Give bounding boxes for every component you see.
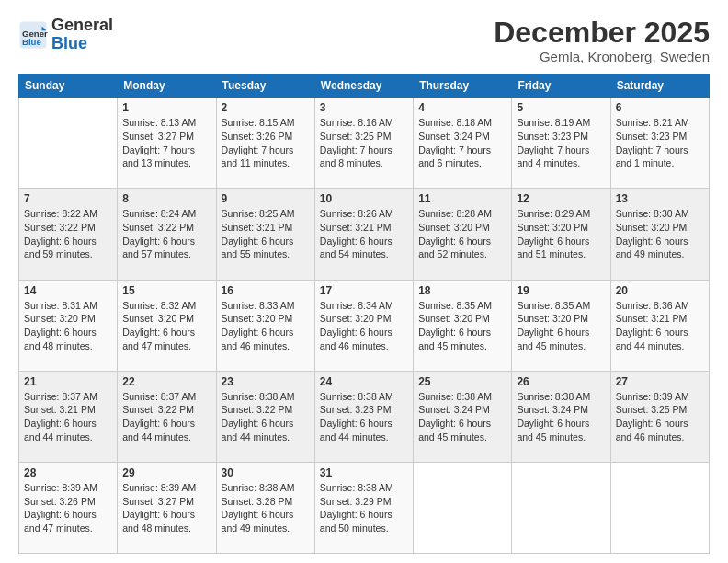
- calendar-cell: 26Sunrise: 8:38 AM Sunset: 3:24 PM Dayli…: [512, 371, 610, 462]
- day-info: Sunrise: 8:35 AM Sunset: 3:20 PM Dayligh…: [517, 299, 605, 353]
- day-number: 14: [24, 284, 112, 297]
- day-number: 1: [122, 101, 210, 114]
- calendar-cell: 28Sunrise: 8:39 AM Sunset: 3:26 PM Dayli…: [19, 462, 118, 553]
- col-tuesday: Tuesday: [216, 75, 314, 98]
- calendar-cell: [512, 462, 610, 553]
- calendar-cell: 3Sunrise: 8:16 AM Sunset: 3:25 PM Daylig…: [314, 98, 413, 189]
- day-info: Sunrise: 8:36 AM Sunset: 3:21 PM Dayligh…: [616, 299, 704, 353]
- calendar-cell: 25Sunrise: 8:38 AM Sunset: 3:24 PM Dayli…: [414, 371, 512, 462]
- calendar-cell: 2Sunrise: 8:15 AM Sunset: 3:26 PM Daylig…: [216, 98, 314, 189]
- day-number: 3: [320, 101, 408, 114]
- calendar-cell: 8Sunrise: 8:24 AM Sunset: 3:22 PM Daylig…: [118, 189, 216, 280]
- calendar-cell: 12Sunrise: 8:29 AM Sunset: 3:20 PM Dayli…: [512, 189, 610, 280]
- calendar-cell: 14Sunrise: 8:31 AM Sunset: 3:20 PM Dayli…: [19, 280, 118, 371]
- day-info: Sunrise: 8:38 AM Sunset: 3:24 PM Dayligh…: [418, 390, 506, 444]
- day-number: 16: [222, 284, 310, 297]
- calendar-cell: 29Sunrise: 8:39 AM Sunset: 3:27 PM Dayli…: [118, 462, 216, 553]
- day-number: 30: [222, 466, 310, 479]
- day-info: Sunrise: 8:26 AM Sunset: 3:21 PM Dayligh…: [320, 207, 408, 261]
- calendar-cell: [414, 462, 512, 553]
- day-number: 28: [24, 466, 112, 479]
- day-info: Sunrise: 8:35 AM Sunset: 3:20 PM Dayligh…: [418, 299, 506, 353]
- day-info: Sunrise: 8:39 AM Sunset: 3:27 PM Dayligh…: [122, 481, 210, 535]
- calendar-cell: 21Sunrise: 8:37 AM Sunset: 3:21 PM Dayli…: [19, 371, 118, 462]
- day-number: 21: [24, 375, 112, 388]
- day-info: Sunrise: 8:38 AM Sunset: 3:23 PM Dayligh…: [320, 390, 408, 444]
- calendar-cell: 6Sunrise: 8:21 AM Sunset: 3:23 PM Daylig…: [610, 98, 709, 189]
- header-row: Sunday Monday Tuesday Wednesday Thursday…: [19, 75, 710, 98]
- calendar-cell: 24Sunrise: 8:38 AM Sunset: 3:23 PM Dayli…: [314, 371, 413, 462]
- calendar-cell: 16Sunrise: 8:33 AM Sunset: 3:20 PM Dayli…: [216, 280, 314, 371]
- logo-blue: Blue: [51, 34, 87, 52]
- day-info: Sunrise: 8:29 AM Sunset: 3:20 PM Dayligh…: [517, 207, 605, 261]
- day-info: Sunrise: 8:34 AM Sunset: 3:20 PM Dayligh…: [320, 299, 408, 353]
- week-row-2: 14Sunrise: 8:31 AM Sunset: 3:20 PM Dayli…: [19, 280, 710, 371]
- day-number: 23: [222, 375, 310, 388]
- col-wednesday: Wednesday: [314, 75, 413, 98]
- week-row-3: 21Sunrise: 8:37 AM Sunset: 3:21 PM Dayli…: [19, 371, 710, 462]
- day-info: Sunrise: 8:16 AM Sunset: 3:25 PM Dayligh…: [320, 116, 408, 170]
- day-number: 8: [122, 192, 210, 205]
- calendar-cell: 23Sunrise: 8:38 AM Sunset: 3:22 PM Dayli…: [216, 371, 314, 462]
- day-info: Sunrise: 8:39 AM Sunset: 3:26 PM Dayligh…: [24, 481, 112, 535]
- day-number: 5: [517, 101, 605, 114]
- col-monday: Monday: [118, 75, 216, 98]
- title-block: December 2025 Gemla, Kronoberg, Sweden: [494, 17, 710, 64]
- calendar-cell: 22Sunrise: 8:37 AM Sunset: 3:22 PM Dayli…: [118, 371, 216, 462]
- calendar-cell: 9Sunrise: 8:25 AM Sunset: 3:21 PM Daylig…: [216, 189, 314, 280]
- day-info: Sunrise: 8:32 AM Sunset: 3:20 PM Dayligh…: [122, 299, 210, 353]
- page: General Blue General Blue December 2025 …: [0, 0, 728, 563]
- calendar-header: Sunday Monday Tuesday Wednesday Thursday…: [19, 75, 710, 98]
- day-info: Sunrise: 8:22 AM Sunset: 3:22 PM Dayligh…: [24, 207, 112, 261]
- day-info: Sunrise: 8:31 AM Sunset: 3:20 PM Dayligh…: [24, 299, 112, 353]
- day-number: 27: [616, 375, 704, 388]
- week-row-4: 28Sunrise: 8:39 AM Sunset: 3:26 PM Dayli…: [19, 462, 710, 553]
- day-number: 9: [222, 192, 310, 205]
- day-number: 11: [418, 192, 506, 205]
- day-number: 12: [517, 192, 605, 205]
- day-info: Sunrise: 8:39 AM Sunset: 3:25 PM Dayligh…: [616, 390, 704, 444]
- calendar: Sunday Monday Tuesday Wednesday Thursday…: [18, 74, 710, 554]
- day-info: Sunrise: 8:38 AM Sunset: 3:28 PM Dayligh…: [222, 481, 310, 535]
- calendar-cell: [610, 462, 709, 553]
- day-number: 31: [320, 466, 408, 479]
- calendar-cell: 5Sunrise: 8:19 AM Sunset: 3:23 PM Daylig…: [512, 98, 610, 189]
- day-number: 20: [616, 284, 704, 297]
- day-number: 6: [616, 101, 704, 114]
- svg-text:Blue: Blue: [22, 37, 41, 47]
- location: Gemla, Kronoberg, Sweden: [494, 49, 710, 64]
- header: General Blue General Blue December 2025 …: [18, 17, 710, 64]
- logo: General Blue General Blue: [18, 17, 113, 53]
- logo-name: General Blue: [51, 17, 113, 53]
- day-info: Sunrise: 8:19 AM Sunset: 3:23 PM Dayligh…: [517, 116, 605, 170]
- day-number: 22: [122, 375, 210, 388]
- logo-general: General: [51, 16, 113, 34]
- day-number: 26: [517, 375, 605, 388]
- day-number: 2: [222, 101, 310, 114]
- month-title: December 2025: [494, 17, 710, 49]
- calendar-cell: 1Sunrise: 8:13 AM Sunset: 3:27 PM Daylig…: [118, 98, 216, 189]
- day-number: 25: [418, 375, 506, 388]
- day-number: 15: [122, 284, 210, 297]
- day-number: 24: [320, 375, 408, 388]
- col-sunday: Sunday: [19, 75, 118, 98]
- calendar-cell: 15Sunrise: 8:32 AM Sunset: 3:20 PM Dayli…: [118, 280, 216, 371]
- calendar-cell: 27Sunrise: 8:39 AM Sunset: 3:25 PM Dayli…: [610, 371, 709, 462]
- day-info: Sunrise: 8:37 AM Sunset: 3:21 PM Dayligh…: [24, 390, 112, 444]
- calendar-cell: 7Sunrise: 8:22 AM Sunset: 3:22 PM Daylig…: [19, 189, 118, 280]
- day-info: Sunrise: 8:38 AM Sunset: 3:24 PM Dayligh…: [517, 390, 605, 444]
- day-info: Sunrise: 8:38 AM Sunset: 3:29 PM Dayligh…: [320, 481, 408, 535]
- day-number: 19: [517, 284, 605, 297]
- calendar-body: 1Sunrise: 8:13 AM Sunset: 3:27 PM Daylig…: [19, 98, 710, 554]
- day-number: 10: [320, 192, 408, 205]
- calendar-cell: 11Sunrise: 8:28 AM Sunset: 3:20 PM Dayli…: [414, 189, 512, 280]
- calendar-cell: 13Sunrise: 8:30 AM Sunset: 3:20 PM Dayli…: [610, 189, 709, 280]
- calendar-cell: 30Sunrise: 8:38 AM Sunset: 3:28 PM Dayli…: [216, 462, 314, 553]
- calendar-cell: 10Sunrise: 8:26 AM Sunset: 3:21 PM Dayli…: [314, 189, 413, 280]
- calendar-cell: 18Sunrise: 8:35 AM Sunset: 3:20 PM Dayli…: [414, 280, 512, 371]
- day-info: Sunrise: 8:13 AM Sunset: 3:27 PM Dayligh…: [122, 116, 210, 170]
- calendar-cell: 20Sunrise: 8:36 AM Sunset: 3:21 PM Dayli…: [610, 280, 709, 371]
- day-info: Sunrise: 8:15 AM Sunset: 3:26 PM Dayligh…: [222, 116, 310, 170]
- day-info: Sunrise: 8:38 AM Sunset: 3:22 PM Dayligh…: [222, 390, 310, 444]
- week-row-0: 1Sunrise: 8:13 AM Sunset: 3:27 PM Daylig…: [19, 98, 710, 189]
